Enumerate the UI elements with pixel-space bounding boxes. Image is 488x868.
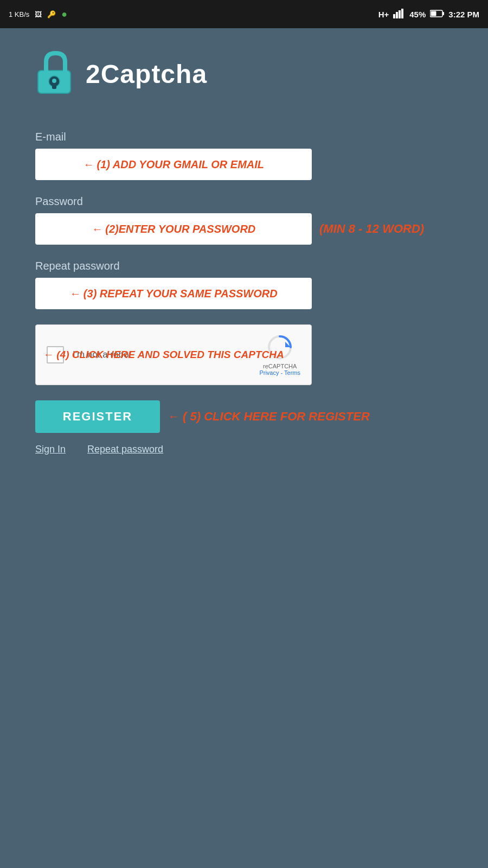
password-label: Password [35,195,453,208]
svg-rect-5 [442,12,444,15]
svg-rect-1 [396,12,398,18]
recaptcha-checkbox[interactable] [47,346,64,363]
captcha-row: I'm not a robot reCAPTCHA Privacy - Term… [35,324,453,385]
svg-rect-2 [399,10,401,18]
recaptcha-brand: reCAPTCHA [263,363,297,369]
recaptcha-links: Privacy - Terms [259,369,300,376]
repeat-password-link[interactable]: Repeat password [87,444,163,455]
recaptcha-privacy-link[interactable]: Privacy [259,369,279,376]
battery-icon [430,10,444,19]
status-right: H+ 45% 3:22 PM [378,9,479,20]
password-side-annotation: (MIN 8 - 12 WORD) [319,222,424,236]
register-annotation: ← ( 5) CLICK HERE FOR REGISTER [168,410,370,424]
email-input[interactable] [35,149,312,180]
svg-rect-0 [393,14,395,18]
app-name: 2Captcha [86,59,207,89]
register-row: REGISTER ← ( 5) CLICK HERE FOR REGISTER [35,400,453,433]
bottom-links: Sign In Repeat password [35,444,453,455]
captcha-section: I'm not a robot reCAPTCHA Privacy - Term… [35,324,453,385]
svg-rect-9 [52,84,56,89]
speed-indicator: 1 KB/s [9,10,29,18]
key-icon: 🔑 [47,10,56,18]
recaptcha-label: I'm not a robot [73,349,259,360]
app-icon: ● [61,9,67,20]
repeat-password-section: Repeat password ← (3) REPEAT YOUR SAME P… [35,260,453,309]
main-content: 2Captcha E-mail ← (1) ADD YOUR GMAIL OR … [0,28,488,477]
password-input[interactable] [35,213,312,245]
status-bar: 1 KB/s 🖼 🔑 ● H+ 45% 3:22 PM [0,0,488,28]
repeat-password-label: Repeat password [35,260,453,272]
recaptcha-terms-link[interactable]: Terms [284,369,300,376]
status-left: 1 KB/s 🖼 🔑 ● [9,9,67,20]
recaptcha-logo-area: reCAPTCHA Privacy - Terms [259,334,300,376]
sign-in-link[interactable]: Sign In [35,444,66,455]
register-button[interactable]: REGISTER [35,400,160,433]
repeat-password-input-row: ← (3) REPEAT YOUR SAME PASSWORD [35,278,453,309]
clock: 3:22 PM [448,10,479,19]
email-section: E-mail ← (1) ADD YOUR GMAIL OR EMAIL [35,131,453,180]
network-type: H+ [378,10,389,19]
password-input-row: ← (2)ENTER YOUR PASSWORD (MIN 8 - 12 WOR… [35,213,453,245]
svg-rect-3 [401,9,403,18]
logo-area: 2Captcha [35,50,453,98]
photo-icon: 🖼 [35,10,42,18]
signal-bars-icon [393,9,405,20]
password-section: Password ← (2)ENTER YOUR PASSWORD (MIN 8… [35,195,453,245]
svg-point-10 [52,79,56,83]
logo-icon [35,50,76,98]
email-input-row: ← (1) ADD YOUR GMAIL OR EMAIL [35,149,453,180]
email-label: E-mail [35,131,453,143]
svg-rect-6 [431,11,436,16]
battery-percent: 45% [409,10,426,19]
repeat-password-input[interactable] [35,278,312,309]
recaptcha-box[interactable]: I'm not a robot reCAPTCHA Privacy - Term… [35,324,312,385]
